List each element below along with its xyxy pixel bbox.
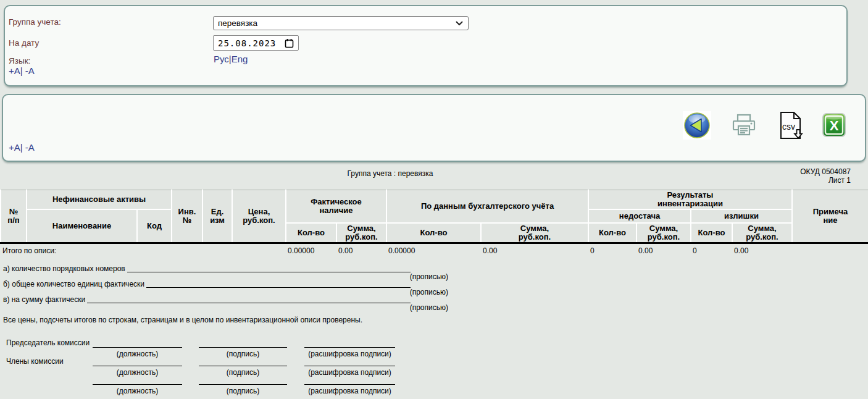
- total-acc-sum: 0.00: [481, 243, 588, 257]
- col-accounting-data: По данным бухгалтерского учёта: [386, 190, 588, 224]
- signature-line: [304, 366, 395, 366]
- excel-x-label: X: [830, 118, 839, 133]
- signature-line: [93, 384, 182, 385]
- print-button[interactable]: [730, 111, 758, 140]
- col-inventory-number: Инв. №: [172, 190, 202, 243]
- group-select-value: перевязка: [218, 19, 456, 28]
- col-fact-sum: Сумма, руб.коп.: [336, 223, 386, 243]
- signature-line: [304, 384, 395, 385]
- signature-line: [304, 347, 395, 348]
- position-caption: (должность): [93, 350, 182, 358]
- font-size-controls: +A| -A: [9, 65, 35, 76]
- line-b: б) общее количество единиц фактически (п…: [3, 280, 450, 296]
- col-actual-presence: Фактическое наличие: [286, 190, 386, 224]
- line-b-label: б) общее количество единиц фактически: [3, 280, 146, 288]
- signature-block: Председатель комиссии (должность) (подпи…: [6, 337, 438, 398]
- language-label: Язык:: [9, 56, 30, 65]
- sheet-number: Лист 1: [800, 176, 851, 185]
- signature-caption: (подпись): [199, 368, 287, 377]
- doc-form-code: ОКУД 0504087 Лист 1: [800, 167, 851, 185]
- signature-caption: (подпись): [199, 387, 287, 395]
- col-code: Код: [137, 209, 172, 243]
- line-v-label: в) на сумму фактически: [3, 295, 87, 304]
- line-v-rule: [87, 303, 411, 303]
- line-a-rule: [127, 272, 411, 272]
- table-header: № п/п Нефинансовые активы Инв. № Ед. изм…: [1, 190, 868, 243]
- printer-icon: [730, 111, 758, 140]
- excel-export-button[interactable]: X: [822, 113, 846, 138]
- members-label: Члены комиссии: [6, 357, 64, 366]
- signature-caption: (подпись): [199, 350, 287, 358]
- date-input[interactable]: 25.08.2023: [213, 35, 299, 51]
- okud-code: ОКУД 0504087: [800, 167, 851, 176]
- line-a: а) количество порядковых номеров (пропис…: [3, 265, 450, 280]
- back-button[interactable]: [683, 111, 711, 140]
- excel-icon: X: [822, 113, 846, 138]
- total-short-qty: 0: [588, 243, 636, 257]
- lang-rus-link[interactable]: Рус: [214, 54, 229, 64]
- col-name: Наименование: [27, 209, 137, 243]
- col-unit: Ед. изм: [202, 190, 232, 243]
- back-globe-icon: [683, 111, 711, 140]
- signature-line: [93, 366, 182, 366]
- line-b-rule: [146, 287, 411, 288]
- date-label: На дату: [9, 38, 39, 48]
- lang-eng-link[interactable]: Eng: [232, 54, 248, 64]
- position-caption: (должность): [93, 387, 182, 395]
- inventory-table: № п/п Нефинансовые активы Инв. № Ед. изм…: [0, 190, 868, 257]
- total-surp-qty: 0: [691, 243, 732, 257]
- chairman-label: Председатель комиссии: [6, 338, 90, 347]
- totals-row: Итого по описи: 0.00000 0.00 0.00000 0.0…: [1, 243, 868, 257]
- date-value: 25.08.2023: [218, 38, 285, 48]
- toolbar-panel: csv X +A| -A: [2, 94, 866, 162]
- csv-label: csv: [782, 122, 795, 132]
- check-note: Все цены, подсчеты итогов по строкам, ст…: [3, 316, 362, 324]
- col-inventory-results: Результаты инвентаризации: [588, 190, 792, 210]
- group-label: Группа учета:: [9, 17, 61, 27]
- fill-in-lines: а) количество порядковых номеров (пропис…: [3, 265, 450, 311]
- col-surplus: излишки: [691, 209, 792, 223]
- col-acc-qty: Кол-во: [386, 223, 481, 243]
- signature-line: [199, 347, 287, 348]
- total-note-empty: [792, 243, 868, 257]
- totals-label: Итого по описи:: [1, 243, 286, 257]
- language-switch: Рус|Eng: [214, 54, 248, 64]
- col-shortage: недостача: [588, 209, 691, 223]
- col-short-qty: Кол-во: [588, 223, 636, 243]
- font-increase-link[interactable]: +A|: [9, 65, 23, 76]
- col-num: № п/п: [1, 190, 27, 243]
- total-acc-qty: 0.00000: [386, 243, 481, 257]
- chevron-down-icon: [456, 21, 463, 26]
- col-note: Примечание: [792, 190, 868, 243]
- toolbar-icons: csv X: [683, 111, 846, 140]
- group-select[interactable]: перевязка: [213, 16, 469, 30]
- font-decrease-link-2[interactable]: -A: [25, 142, 35, 153]
- transcript-caption: (расшифровка подписи): [304, 350, 395, 358]
- calendar-icon[interactable]: [285, 38, 294, 48]
- col-fact-qty: Кол-во: [286, 223, 336, 243]
- position-caption: (должность): [93, 368, 182, 377]
- total-fact-sum: 0.00: [336, 243, 386, 257]
- transcript-caption: (расшифровка подписи): [304, 368, 395, 377]
- doc-group-line: Группа учета : перевязка: [0, 169, 868, 178]
- line-v: в) на сумму фактически (прописью): [3, 296, 450, 311]
- font-decrease-link[interactable]: -A: [25, 65, 35, 76]
- csv-export-button[interactable]: csv: [777, 111, 804, 140]
- document-header: Группа учета : перевязка ОКУД 0504087 Ли…: [0, 169, 868, 178]
- total-short-sum: 0.00: [636, 243, 691, 257]
- font-size-controls-2: +A| -A: [9, 142, 35, 153]
- col-short-sum: Сумма, руб.коп.: [636, 223, 691, 243]
- col-price: Цена, руб.коп.: [232, 190, 286, 243]
- signature-line: [199, 366, 287, 366]
- signature-line: [199, 384, 287, 385]
- col-surp-sum: Сумма, руб.коп.: [732, 223, 792, 243]
- csv-file-icon: csv: [777, 111, 804, 140]
- form-panel: Группа учета: перевязка На дату 25.08.20…: [4, 5, 848, 86]
- signature-line: [93, 347, 182, 348]
- transcript-caption: (расшифровка подписи): [304, 387, 395, 395]
- total-surp-sum: 0.00: [732, 243, 792, 257]
- font-increase-link-2[interactable]: +A|: [9, 142, 23, 153]
- line-v-caption: (прописью): [3, 304, 448, 311]
- col-acc-sum: Сумма, руб.коп.: [481, 223, 588, 243]
- col-nonfinancial-assets: Нефинансовые активы: [27, 190, 172, 210]
